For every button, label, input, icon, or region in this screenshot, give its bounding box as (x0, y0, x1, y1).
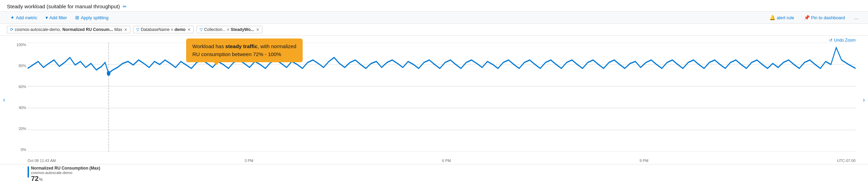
y-label-20: 20% (19, 127, 28, 131)
data-point-dot (107, 71, 110, 76)
y-label-60: 60% (19, 85, 28, 89)
legend-label: Normalized RU Consumption (Max) (31, 166, 100, 171)
page-title: Steady workload (suitable for manual thr… (7, 3, 120, 9)
filter-row: ⟳ cosmos-autoscale-demo, Normalized RU C… (0, 24, 868, 36)
add-filter-button[interactable]: ▾ Add filter (42, 13, 70, 22)
edit-icon[interactable]: ✏ (123, 4, 127, 9)
db-chip-prefix: DatabaseName = (141, 27, 173, 32)
alert-rule-button[interactable]: 🔔 alert rule (766, 13, 798, 22)
chart-nav-right[interactable]: › (860, 93, 868, 107)
metric-chip-close[interactable]: ✕ (124, 28, 127, 32)
undo-zoom-label: Undo Zoom (834, 38, 856, 43)
x-label-3pm: 3 PM (244, 159, 253, 163)
tooltip-bold: steady traffic (225, 43, 258, 49)
coll-chip-prefix: Collection... = (204, 27, 229, 32)
pin-dashboard-button[interactable]: 📌 Pin to dashboard (800, 13, 848, 22)
x-label-9pm: 9 PM (639, 159, 648, 163)
pin-dashboard-label: Pin to dashboard (811, 15, 845, 20)
undo-zoom-icon: ↺ (829, 38, 832, 43)
y-axis: 100% 80% 60% 40% 20% 0% (10, 43, 28, 152)
toolbar-left: ✦ Add metric ▾ Add filter ⊞ Apply splitt… (7, 13, 112, 22)
add-filter-icon: ▾ (46, 15, 48, 20)
tooltip-text-part1: Workload has (192, 43, 225, 49)
metric-chip-icon: ⟳ (10, 27, 13, 32)
chart-svg-container (28, 43, 856, 152)
add-metric-icon: ✦ (10, 15, 14, 20)
x-axis: Oct 08 11:43 AM 3 PM 6 PM 9 PM UTC-07:00 (28, 159, 856, 163)
add-metric-button[interactable]: ✦ Add metric (7, 13, 41, 22)
metric-filter-chip: ⟳ cosmos-autoscale-demo, Normalized RU C… (7, 26, 130, 33)
metric-chip-prefix: cosmos-autoscale-demo, (15, 27, 61, 32)
page-container: Steady workload (suitable for manual thr… (0, 0, 868, 184)
db-chip-close[interactable]: ✕ (188, 28, 191, 32)
metric-chip-suffix: Max (114, 27, 122, 32)
x-label-utc: UTC-07:00 (837, 159, 856, 163)
db-chip-bold: demo (174, 27, 185, 32)
y-label-100: 100% (17, 43, 28, 47)
title-row: Steady workload (suitable for manual thr… (0, 0, 868, 11)
legend-color-bar (28, 166, 29, 177)
legend-value-unit: % (39, 177, 43, 182)
legend-info: Normalized RU Consumption (Max) cosmos-a… (31, 166, 100, 183)
legend-item: Normalized RU Consumption (Max) cosmos-a… (28, 166, 861, 183)
db-chip-icon: ▽ (136, 27, 139, 32)
legend-value: 72 (31, 175, 39, 182)
db-filter-chip: ▽ DatabaseName = demo ✕ (133, 26, 194, 33)
chart-area: ‹ › ↺ Undo Zoom 100% 80% 60% 40% 20% 0% (0, 36, 868, 164)
alert-icon: 🔔 (769, 15, 775, 20)
coll-chip-icon: ▽ (200, 27, 203, 32)
metric-chip-bold: Normalized RU Consum... (62, 27, 113, 32)
legend-sublabel: cosmos-autoscale-demo (31, 171, 100, 175)
more-button[interactable]: … (851, 13, 861, 22)
coll-chip-close[interactable]: ✕ (256, 28, 259, 32)
chart-nav-left[interactable]: ‹ (0, 93, 8, 107)
add-metric-label: Add metric (16, 15, 37, 20)
more-icon: … (854, 15, 858, 20)
chart-svg (28, 43, 856, 152)
y-label-40: 40% (19, 106, 28, 110)
apply-splitting-icon: ⊞ (75, 15, 79, 20)
y-label-0: 0% (21, 148, 28, 152)
x-label-6pm: 6 PM (442, 159, 451, 163)
undo-zoom-button[interactable]: ↺ Undo Zoom (829, 38, 856, 43)
alert-rule-label: alert rule (777, 15, 794, 20)
toolbar-right: 🔔 alert rule 📌 Pin to dashboard … (766, 13, 861, 22)
apply-splitting-label: Apply splitting (81, 15, 108, 20)
pin-icon: 📌 (804, 15, 810, 20)
y-label-80: 80% (19, 64, 28, 68)
coll-chip-bold: SteadyWo... (231, 27, 254, 32)
x-label-start: Oct 08 11:43 AM (28, 159, 56, 163)
tooltip-bubble: Workload has steady traffic, with normal… (186, 39, 303, 62)
add-filter-label: Add filter (49, 15, 67, 20)
legend-area: Normalized RU Consumption (Max) cosmos-a… (0, 164, 868, 184)
toolbar-row: ✦ Add metric ▾ Add filter ⊞ Apply splitt… (0, 11, 868, 24)
apply-splitting-button[interactable]: ⊞ Apply splitting (72, 13, 112, 22)
legend-value-row: 72% (31, 175, 100, 183)
coll-filter-chip: ▽ Collection... = SteadyWo... ✕ (196, 26, 262, 33)
